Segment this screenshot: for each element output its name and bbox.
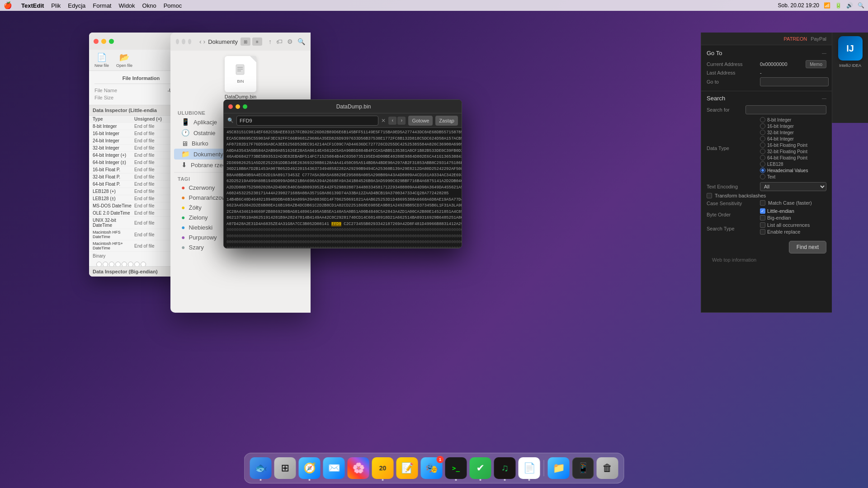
menu-okno[interactable]: Okno	[142, 2, 156, 9]
menu-widok[interactable]: Widok	[118, 2, 135, 9]
open-file-button[interactable]: 📂 Open file	[116, 52, 132, 68]
dock-appstore[interactable]: 🎭 1	[421, 457, 443, 479]
dock-photos[interactable]: 🌸	[348, 457, 369, 479]
dt-hex-radio[interactable]	[760, 168, 765, 173]
dock-scrcpy[interactable]: 📱	[572, 457, 594, 479]
menu-edycja[interactable]: Edycja	[68, 2, 85, 9]
dock-terminal[interactable]: >_	[445, 457, 467, 479]
big-endian-checkbox[interactable]	[760, 215, 765, 221]
dock-notes[interactable]: 20	[372, 457, 394, 479]
fm-share-btn[interactable]: ↑	[269, 38, 272, 45]
fm-forward-btn[interactable]: ›	[203, 38, 206, 45]
dock-trash[interactable]: 🗑	[597, 457, 618, 479]
dock-spotify[interactable]: ♫	[494, 457, 516, 479]
fm-file-preview[interactable]: BIN DataDump.bin	[225, 56, 256, 99]
terminal-icon: >_	[452, 465, 460, 472]
hex-line: A2D2D0087525002020A2D4D0C840C0A88093952E…	[226, 185, 459, 191]
dt-32bit-radio[interactable]	[760, 130, 765, 135]
text-encoding-label: Text Encoding	[707, 184, 756, 189]
textedit-maximize-btn[interactable]	[109, 39, 114, 44]
search-collapse-btn[interactable]: —	[822, 96, 826, 101]
fm-options-btn[interactable]: ⚙	[287, 38, 293, 45]
little-endian-checkbox[interactable]: ✓	[760, 208, 765, 214]
dock-stickies[interactable]: 📝	[396, 457, 418, 479]
new-file-button[interactable]: 📄 New file	[94, 52, 109, 68]
goto-title-text: Go To	[707, 50, 722, 56]
hex-close-btn[interactable]	[228, 104, 233, 109]
hex-clear-btn[interactable]: ✕	[381, 117, 386, 124]
bin-circle-1	[96, 262, 102, 266]
goto-input[interactable]	[760, 77, 829, 86]
find-next-button[interactable]: Find next	[789, 241, 826, 253]
find-next-container: Find next	[707, 238, 826, 253]
fm-tag-pomaranczowy-label: Pomarańczowy	[189, 194, 229, 201]
hex-next-btn[interactable]: ›	[397, 117, 406, 125]
intellij-icon[interactable]: IJ	[838, 36, 863, 61]
enable-replace-checkbox[interactable]	[760, 229, 765, 235]
dt-64bit-radio[interactable]	[760, 136, 765, 141]
fm-minimize-btn[interactable]	[182, 39, 185, 44]
dt-leb-radio[interactable]	[760, 161, 765, 167]
case-sensitivity-label: Case Sensitivity	[707, 201, 756, 206]
di-val-unix32: End of file	[134, 221, 176, 225]
textedit-minimize-btn[interactable]	[101, 39, 106, 44]
hex-prev-btn[interactable]: ‹	[388, 117, 396, 125]
goto-memo-btn[interactable]: Memo	[806, 60, 826, 68]
dock-safari[interactable]: 🧭	[299, 457, 321, 479]
dt-32fp-radio[interactable]	[760, 149, 765, 154]
goto-collapse-btn[interactable]: —	[822, 51, 826, 56]
patreon-link[interactable]: PATREON	[784, 36, 807, 42]
search-title-text: Search	[707, 95, 725, 102]
fm-maximize-btn[interactable]	[188, 39, 191, 44]
textedit-close-btn[interactable]	[94, 39, 99, 44]
text-encoding-select[interactable]: All	[760, 182, 826, 191]
dt-64fp-radio[interactable]	[760, 155, 765, 160]
di-col-unsigned: Unsigned (+)	[134, 117, 176, 122]
dt-leb-row: LEB128	[760, 161, 826, 167]
fm-close-btn[interactable]	[176, 39, 179, 44]
dt-32fp-row: 32-bit Floating Point	[760, 149, 826, 154]
match-case-checkbox[interactable]	[760, 200, 765, 206]
dock-textedit[interactable]: 📄	[519, 457, 540, 479]
hex-line: 0000000000000000000000000000000000000000…	[226, 234, 459, 240]
file-size-label: File Size	[94, 95, 113, 100]
dt-16fp-radio[interactable]	[760, 142, 765, 148]
hex-line: 46A4D6842773BE5B93532AD3E82EBABF514FC715…	[226, 154, 459, 160]
list-all-checkbox[interactable]	[760, 222, 765, 228]
fm-tag-btn[interactable]: 🏷	[276, 38, 283, 45]
search-icon[interactable]: 🔍	[858, 2, 864, 9]
dt-8bit-radio[interactable]	[760, 117, 765, 122]
little-endian-label: Little-endian	[767, 208, 794, 214]
dt-text-radio[interactable]	[760, 174, 765, 179]
app-name[interactable]: TextEdit	[21, 2, 44, 9]
fm-back-btn[interactable]: ‹	[199, 38, 202, 45]
di-val-32bit: End of file	[134, 145, 176, 150]
search-for-input[interactable]	[745, 105, 826, 114]
dock-files[interactable]: 📁	[548, 457, 570, 479]
list-all-row: List all occurrences	[760, 222, 810, 228]
fm-list-view-btn[interactable]: ≡	[252, 38, 262, 46]
hex-maximize-btn[interactable]	[243, 104, 247, 109]
dock-mail[interactable]: ✉️	[323, 457, 345, 479]
dt-32bit-label: 32-bit Integer	[767, 130, 794, 135]
dock-check[interactable]: ✔	[470, 457, 491, 479]
hex-content[interactable]: 45C83151C9814EF682C5BAEE83157FCB926C26D0…	[224, 128, 462, 248]
hex-minimize-btn[interactable]	[236, 104, 240, 109]
dt-32fp-label: 32-bit Floating Point	[767, 149, 807, 154]
hex-gotowe-btn[interactable]: Gotowe	[408, 116, 433, 126]
paypal-link[interactable]: PayPal	[811, 36, 826, 42]
hex-zastap-btn[interactable]: Zastąp	[435, 116, 458, 126]
apple-menu[interactable]: 🍎	[4, 1, 12, 9]
menu-plik[interactable]: Plik	[51, 2, 61, 9]
di-type-64signed: 64-bit Integer (±)	[93, 160, 134, 165]
transform-backslashes-checkbox[interactable]	[707, 193, 712, 198]
dock-launchpad[interactable]: ⊞	[274, 457, 296, 479]
fm-search-btn[interactable]: 🔍	[297, 38, 305, 45]
dock-finder[interactable]: 🐟	[250, 457, 272, 479]
dt-16bit-radio[interactable]	[760, 123, 765, 129]
menu-pomoc[interactable]: Pomoc	[164, 2, 182, 9]
menu-format[interactable]: Format	[93, 2, 111, 9]
fm-grid-view-btn[interactable]: ⊞	[241, 38, 250, 46]
hex-search-input[interactable]	[236, 116, 378, 126]
dt-64bit-row: 64-bit Integer	[760, 136, 826, 141]
